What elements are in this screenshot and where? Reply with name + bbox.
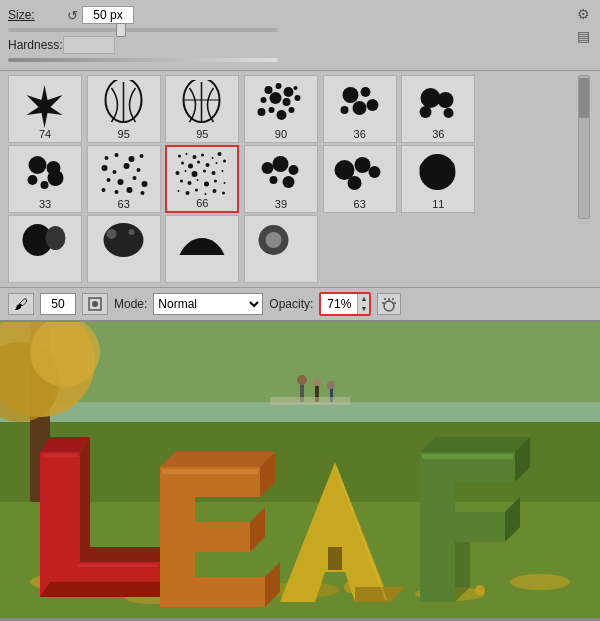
svg-point-34: [139, 154, 143, 158]
brush-num: 63: [354, 198, 366, 210]
brush-cell-selected[interactable]: 66: [165, 145, 239, 213]
svg-point-17: [342, 87, 358, 103]
hardness-label: Hardness:: [8, 38, 63, 52]
svg-point-122: [297, 375, 307, 385]
svg-point-60: [185, 170, 187, 172]
brush-cell[interactable]: [87, 215, 161, 283]
brush-num: 11: [432, 198, 444, 210]
brush-cell[interactable]: [8, 215, 82, 283]
airbrush-button[interactable]: [377, 293, 401, 315]
hardness-input[interactable]: [63, 36, 115, 54]
svg-point-51: [212, 157, 214, 159]
brush-num: 63: [118, 198, 130, 210]
brush-cell[interactable]: 74: [8, 75, 82, 143]
svg-point-49: [193, 155, 197, 159]
svg-point-6: [275, 83, 281, 89]
brush-num: 66: [196, 197, 208, 209]
svg-point-73: [195, 189, 198, 192]
brush-cell[interactable]: 11: [401, 145, 475, 213]
brush-cell[interactable]: 63: [323, 145, 397, 213]
brush-tool-button[interactable]: 🖌: [8, 293, 34, 315]
brush-cell[interactable]: 63: [87, 145, 161, 213]
svg-point-8: [293, 86, 297, 90]
brush-cell[interactable]: [244, 215, 318, 283]
svg-point-77: [261, 162, 273, 174]
svg-rect-127: [270, 397, 350, 405]
mode-label: Mode:: [114, 297, 147, 311]
svg-point-65: [180, 180, 183, 183]
hardness-slider[interactable]: [8, 58, 278, 62]
svg-point-43: [101, 188, 105, 192]
svg-point-25: [444, 108, 454, 118]
brush-scrollbar[interactable]: [578, 75, 590, 219]
brush-cell[interactable]: [165, 215, 239, 283]
svg-point-28: [28, 175, 38, 185]
svg-point-11: [282, 98, 290, 106]
svg-point-54: [188, 164, 193, 169]
brush-cell[interactable]: 36: [401, 75, 475, 143]
brush-num: 36: [432, 128, 444, 140]
svg-point-87: [420, 162, 432, 174]
opacity-down-arrow[interactable]: ▼: [358, 304, 369, 314]
svg-point-101: [392, 298, 394, 300]
svg-point-13: [257, 108, 265, 116]
brush-cell[interactable]: 90: [244, 75, 318, 143]
svg-point-75: [213, 189, 217, 193]
size-slider[interactable]: [8, 28, 278, 32]
brush-cell[interactable]: 95: [87, 75, 161, 143]
svg-point-36: [112, 170, 116, 174]
svg-rect-129: [422, 454, 513, 459]
svg-point-116: [475, 585, 485, 595]
opacity-arrows[interactable]: ▲ ▼: [357, 294, 369, 314]
svg-point-66: [188, 181, 192, 185]
brush-cell[interactable]: 36: [323, 75, 397, 143]
brush-num: 39: [275, 198, 287, 210]
brush-cell[interactable]: 95: [165, 75, 239, 143]
brush-cell[interactable]: 33: [8, 145, 82, 213]
svg-point-64: [222, 170, 224, 172]
brush-num: 90: [275, 128, 287, 140]
svg-point-58: [223, 160, 226, 163]
opacity-label: Opacity:: [269, 297, 313, 311]
svg-point-97: [92, 301, 98, 307]
brush-size-input[interactable]: [40, 293, 76, 315]
svg-point-83: [354, 157, 370, 173]
brush-grid: 74 95 95: [8, 75, 478, 283]
mode-select[interactable]: Normal Dissolve Multiply Screen Overlay: [153, 293, 263, 315]
svg-point-22: [421, 88, 441, 108]
size-input[interactable]: [82, 6, 134, 24]
brush-scrollbar-thumb[interactable]: [579, 78, 589, 118]
svg-point-80: [269, 176, 277, 184]
svg-point-78: [272, 156, 288, 172]
svg-point-98: [384, 301, 394, 311]
svg-point-5: [264, 86, 272, 94]
svg-point-85: [347, 176, 361, 190]
svg-point-59: [176, 171, 180, 175]
svg-point-35: [101, 165, 107, 171]
svg-point-95: [265, 232, 281, 248]
gear-icon[interactable]: ⚙: [577, 6, 590, 22]
svg-point-53: [181, 162, 184, 165]
svg-point-14: [268, 107, 274, 113]
svg-point-39: [106, 178, 110, 182]
svg-point-112: [510, 574, 570, 590]
svg-point-72: [186, 191, 190, 195]
svg-point-69: [214, 180, 217, 183]
svg-point-52: [218, 152, 222, 156]
svg-point-61: [192, 171, 198, 177]
svg-point-84: [368, 166, 380, 178]
svg-point-7: [283, 87, 293, 97]
reset-icon[interactable]: ↺: [67, 8, 78, 23]
svg-point-40: [117, 179, 123, 185]
svg-point-48: [186, 153, 188, 155]
opacity-input[interactable]: [321, 294, 357, 314]
pressure-button[interactable]: [82, 293, 108, 315]
opacity-up-arrow[interactable]: ▲: [358, 294, 369, 304]
size-slider-thumb[interactable]: [116, 23, 126, 37]
svg-point-19: [352, 101, 366, 115]
svg-point-50: [201, 154, 204, 157]
svg-point-9: [260, 97, 266, 103]
menu-icon[interactable]: ▤: [577, 28, 590, 44]
svg-point-62: [203, 170, 206, 173]
brush-cell[interactable]: 39: [244, 145, 318, 213]
